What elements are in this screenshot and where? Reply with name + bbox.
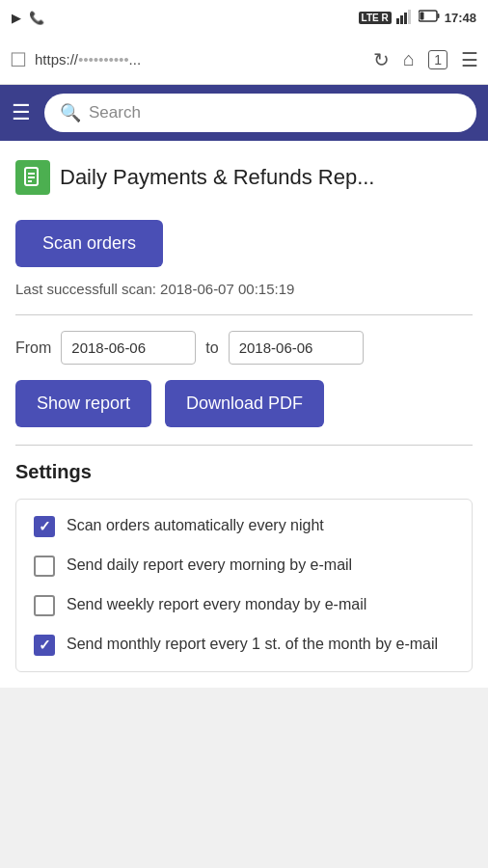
hamburger-icon[interactable]: ☰ [12,100,31,125]
status-bar: ▶ 📞 LTE R 17:48 [0,0,488,35]
browser-actions: ↻ ⌂ 1 ☰ [373,48,478,71]
tab-count-icon[interactable]: 1 [428,50,447,69]
phone-icon: 📞 [29,11,44,25]
checkbox-send-weekly[interactable] [34,595,55,616]
settings-title: Settings [15,461,473,483]
page-title-row: Daily Payments & Refunds Rep... [15,156,473,199]
search-placeholder: Search [89,103,141,122]
menu-icon[interactable]: ☰ [461,48,478,71]
setting-label-send-daily: Send daily report every morning by e-mai… [67,555,352,576]
svg-rect-5 [437,14,439,18]
to-label: to [205,339,218,357]
checkbox-scan-auto[interactable] [34,516,55,537]
checkbox-send-daily[interactable] [34,556,55,577]
refresh-icon[interactable]: ↻ [373,48,390,71]
svg-rect-1 [400,15,403,24]
svg-rect-0 [396,18,399,24]
play-icon: ▶ [12,11,21,25]
divider-1 [15,314,473,315]
svg-rect-6 [420,13,423,20]
battery-icon [419,10,440,25]
setting-label-send-monthly: Send monthly report every 1 st. of the m… [67,634,438,655]
show-report-button[interactable]: Show report [15,380,151,427]
page-title: Daily Payments & Refunds Rep... [60,165,374,190]
status-left-icons: ▶ 📞 [12,11,44,25]
download-pdf-button[interactable]: Download PDF [165,380,324,427]
setting-label-scan-auto: Scan orders automatically every night [67,515,324,536]
from-date-input[interactable] [61,331,196,365]
setting-item-send-monthly: Send monthly report every 1 st. of the m… [34,634,454,656]
setting-item-send-weekly: Send weekly report every monday by e-mai… [34,594,454,616]
setting-item-send-daily: Send daily report every morning by e-mai… [34,555,454,577]
report-buttons-row: Show report Download PDF [15,380,473,427]
home-icon[interactable]: ⌂ [403,48,415,70]
search-bar[interactable]: 🔍 Search [44,94,476,132]
to-date-input[interactable] [229,331,364,365]
browser-bar: ☐ https://••••••••••... ↻ ⌂ 1 ☰ [0,35,488,85]
last-scan-info: Last successfull scan: 2018-06-07 00:15:… [15,281,473,297]
signal-icon [396,9,414,27]
scan-orders-button[interactable]: Scan orders [15,220,163,267]
svg-rect-3 [408,10,411,24]
page-content: Daily Payments & Refunds Rep... Scan ord… [0,141,488,688]
page-icon [15,160,50,195]
setting-item-scan-auto: Scan orders automatically every night [34,515,454,537]
date-range-row: From to [15,331,473,365]
from-label: From [15,339,51,357]
settings-section: Settings Scan orders automatically every… [15,461,473,672]
status-right: LTE R 17:48 [359,9,476,27]
setting-label-send-weekly: Send weekly report every monday by e-mai… [67,594,366,615]
checkbox-send-monthly[interactable] [34,635,55,656]
app-header: ☰ 🔍 Search [0,85,488,141]
divider-2 [15,445,473,446]
browser-url[interactable]: https://••••••••••... [35,51,366,68]
lte-badge: LTE R [359,12,392,24]
settings-card: Scan orders automatically every night Se… [15,499,473,672]
shield-icon: ☐ [10,48,27,71]
time-display: 17:48 [445,11,476,25]
search-icon: 🔍 [60,102,81,123]
svg-rect-2 [404,13,407,24]
